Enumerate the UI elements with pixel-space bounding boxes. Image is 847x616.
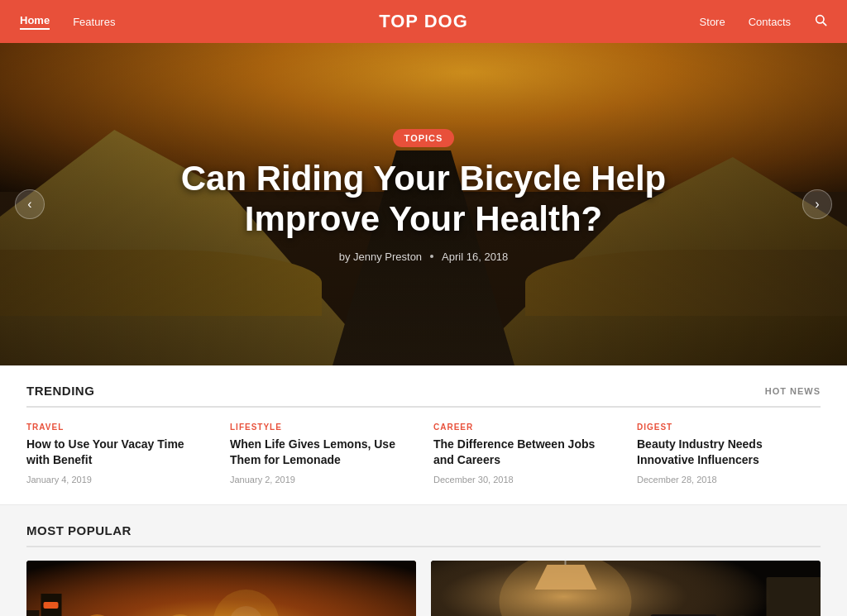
popular-section: Most Popular <box>0 505 847 616</box>
hero-badge[interactable]: TOPICS <box>393 129 455 147</box>
trending-article-title[interactable]: Beauty Industry Needs Innovative Influen… <box>637 437 821 468</box>
trending-date: December 30, 2018 <box>433 475 617 485</box>
trending-date: December 28, 2018 <box>637 475 821 485</box>
next-arrow-icon: › <box>815 197 819 212</box>
svg-rect-7 <box>44 602 59 609</box>
hero-author: by Jenny Preston <box>339 251 422 263</box>
trending-date: January 4, 2019 <box>26 475 210 485</box>
hero-section: TOPICS Can Riding Your Bicycle Help Impr… <box>0 43 847 365</box>
hero-meta-separator <box>430 255 433 258</box>
hero-prev-button[interactable]: ‹ <box>15 189 45 219</box>
trending-title: Trending <box>26 384 94 398</box>
trending-grid: TRAVEL How to Use Your Vacay Time with B… <box>26 423 821 485</box>
trending-item: TRAVEL How to Use Your Vacay Time with B… <box>26 423 210 485</box>
svg-rect-32 <box>767 577 821 616</box>
prev-arrow-icon: ‹ <box>27 197 31 212</box>
trending-category: CAREER <box>433 423 617 432</box>
site-logo[interactable]: TOP DOG <box>379 11 468 32</box>
trending-article-title[interactable]: When Life Gives Lemons, Use Them for Lem… <box>230 437 414 468</box>
popular-grid <box>26 561 821 616</box>
trending-item: CAREER The Difference Between Jobs and C… <box>433 423 617 485</box>
svg-rect-4 <box>26 610 40 616</box>
popular-section-title: Most Popular <box>26 523 132 537</box>
search-icon <box>814 13 827 26</box>
nav-contacts[interactable]: Contacts <box>749 16 791 28</box>
popular-card[interactable] <box>431 561 821 616</box>
trending-section: Trending HOT NEWS TRAVEL How to Use Your… <box>0 365 847 505</box>
trending-category: TRAVEL <box>26 423 210 432</box>
hot-news-label[interactable]: HOT NEWS <box>765 386 821 396</box>
search-button[interactable] <box>814 13 827 30</box>
trending-item: LIFESTYLE When Life Gives Lemons, Use Th… <box>230 423 414 485</box>
popular-card-image <box>431 561 821 616</box>
trending-date: January 2, 2019 <box>230 475 414 485</box>
trending-category: DIGEST <box>637 423 821 432</box>
nav-store[interactable]: Store <box>700 16 725 28</box>
svg-point-0 <box>816 16 824 23</box>
popular-card[interactable] <box>26 561 416 616</box>
trending-item: DIGEST Beauty Industry Needs Innovative … <box>637 423 821 485</box>
trending-category: LIFESTYLE <box>230 423 414 432</box>
site-header: Home Features TOP DOG Store Contacts <box>0 0 847 43</box>
trending-article-title[interactable]: How to Use Your Vacay Time with Benefit <box>26 437 210 468</box>
nav-features[interactable]: Features <box>73 16 115 28</box>
svg-point-21 <box>500 561 632 616</box>
trending-article-title[interactable]: The Difference Between Jobs and Careers <box>433 437 617 468</box>
hero-title: Can Riding Your Bicycle Help Improve You… <box>134 159 713 239</box>
hero-date: April 16, 2018 <box>442 251 508 263</box>
svg-line-1 <box>823 22 825 25</box>
popular-card-image <box>26 561 416 616</box>
nav-home[interactable]: Home <box>20 14 50 30</box>
hero-next-button[interactable]: › <box>802 189 832 219</box>
